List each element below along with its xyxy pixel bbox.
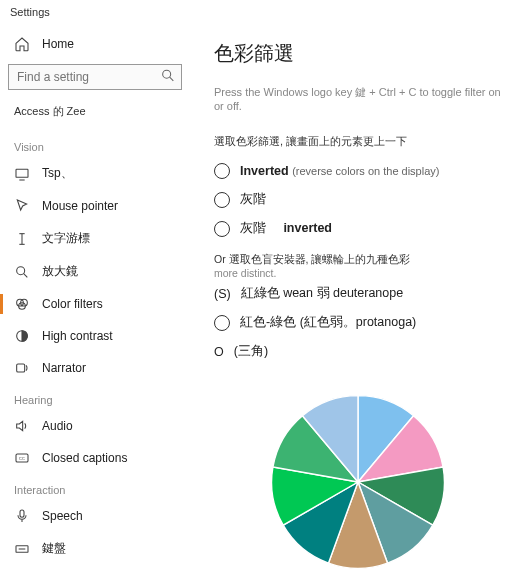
nav-label: Color filters [42,297,103,311]
home-icon [14,36,30,52]
radio-icon [214,221,230,237]
magnifier-icon [14,264,30,280]
svg-line-1 [170,77,174,81]
nav-keyboard[interactable]: 鍵盤 [8,532,182,565]
nav-label: High contrast [42,329,113,343]
radio-deuteranope[interactable]: (S) 紅綠色 wean 弱 deuteranope [214,279,502,308]
content-pane: 色彩篩選 Press the Windows logo key 鍵 + Ctrl… [190,28,520,581]
svg-point-7 [17,266,25,274]
svg-rect-2 [16,169,28,177]
shortcut-hint: Press the Windows logo key 鍵 + Ctrl + C … [214,85,502,112]
breadcrumb: Access 的 Zee [8,100,182,131]
radio-label: Inverted [240,164,289,178]
cc-icon: CC [14,450,30,466]
nav-label: 鍵盤 [42,540,66,557]
nav-narrator[interactable]: Narrator [8,352,182,384]
radio-grayscale[interactable]: 灰階 [214,185,502,214]
text-cursor-icon [14,231,30,247]
pie-chart [268,392,448,572]
radio-icon [214,163,230,179]
svg-rect-16 [20,510,24,517]
nav-text-cursor[interactable]: 文字游標 [8,222,182,255]
cb-subhead: Or 選取色盲安裝器, 讓螺輪上的九種色彩 more distinct. [214,253,502,279]
search-input[interactable] [8,64,182,90]
page-title: 色彩篩選 [214,40,502,67]
nav-display[interactable]: Tsp、 [8,157,182,190]
nav-mouse-pointer[interactable]: Mouse pointer [8,190,182,222]
radio-tritanopia[interactable]: O (三角) [214,337,502,366]
nav-audio[interactable]: Audio [8,410,182,442]
nav-speech[interactable]: Speech [8,500,182,532]
nav-magnifier[interactable]: 放大鏡 [8,255,182,288]
svg-rect-13 [17,364,25,372]
search-container [8,64,182,90]
pointer-icon [14,198,30,214]
radio-icon [214,192,230,208]
nav-color-filters[interactable]: Color filters [8,288,182,320]
nav-closed-captions[interactable]: CC Closed captions [8,442,182,474]
nav-home[interactable]: Home [8,28,182,60]
radio-icon: O [214,345,224,359]
color-wheel-preview [214,392,502,572]
keyboard-icon [14,541,30,557]
radio-icon: (S) [214,287,231,301]
nav-label: Speech [42,509,83,523]
svg-text:CC: CC [19,456,25,461]
radio-label-suffix: inverted [283,221,332,235]
radio-inverted[interactable]: Inverted (reverse colors on the display) [214,157,502,185]
display-icon [14,166,30,182]
radio-protanopia[interactable]: 紅色-綠色 (紅色弱。protanoga) [214,308,502,337]
nav-label: Audio [42,419,73,433]
nav-label: Tsp、 [42,165,73,182]
radio-desc: (reverse colors on the display) [292,165,439,177]
nav-label: Home [42,37,74,51]
mic-icon [14,508,30,524]
svg-line-8 [24,273,28,277]
color-filters-icon [14,296,30,312]
group-hearing: Hearing [8,384,182,410]
svg-point-0 [163,70,171,78]
radio-icon [214,315,230,331]
radio-label: (三角) [234,343,268,360]
radio-label: 紅色-綠色 (紅色弱。protanoga) [240,314,416,331]
nav-label: Closed captions [42,451,127,465]
group-vision: Vision [8,131,182,157]
narrator-icon [14,360,30,376]
contrast-icon [14,328,30,344]
radio-grayscale-inverted[interactable]: 灰階 inverted [214,214,502,243]
radio-label: 灰階 [240,191,266,208]
filter-subhead: 選取色彩篩選, 讓畫面上的元素更上一下 [214,134,502,149]
nav-label: 文字游標 [42,230,90,247]
nav-label: 放大鏡 [42,263,78,280]
nav-label: Narrator [42,361,86,375]
audio-icon [14,418,30,434]
nav-label: Mouse pointer [42,199,118,213]
radio-label: 紅綠色 wean 弱 deuteranope [241,285,404,302]
sidebar: Home Access 的 Zee Vision Tsp、 Mouse poin… [0,28,190,581]
window-title: Settings [0,0,520,28]
nav-high-contrast[interactable]: High contrast [8,320,182,352]
group-interaction: Interaction [8,474,182,500]
search-icon [160,68,176,87]
radio-label: 灰階 [240,221,266,235]
